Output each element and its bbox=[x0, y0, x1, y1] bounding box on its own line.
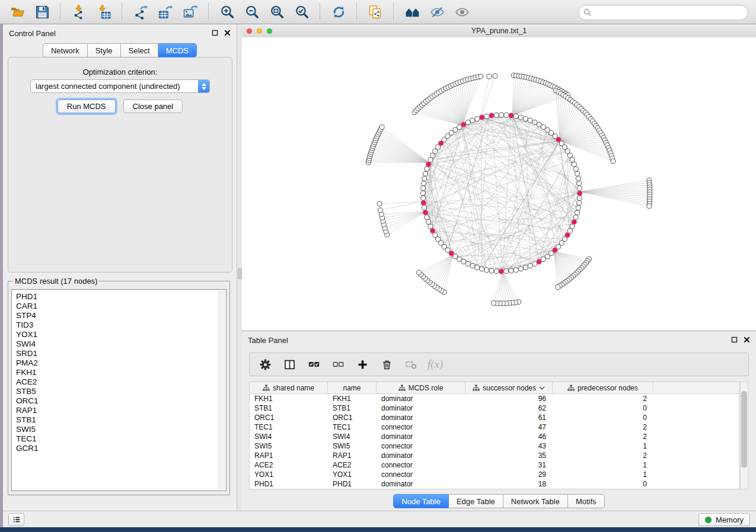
zoom-selected-icon bbox=[295, 5, 310, 20]
table-row[interactable]: SWI5SWI5connector431 bbox=[250, 441, 739, 451]
add-row-button[interactable] bbox=[356, 358, 368, 370]
export-image-icon bbox=[183, 5, 198, 20]
table-cell: ACE2 bbox=[328, 461, 377, 469]
zoom-out-button[interactable] bbox=[243, 2, 261, 21]
zoom-selected-button[interactable] bbox=[292, 2, 311, 21]
export-image-button[interactable] bbox=[181, 2, 200, 21]
column-header-shared-name[interactable]: shared name bbox=[250, 382, 328, 393]
import-table-button[interactable] bbox=[94, 2, 113, 21]
close-panel-button[interactable]: Close panel bbox=[123, 100, 183, 113]
control-panel: Control Panel NetworkStyleSelectMCDS Opt… bbox=[3, 24, 237, 511]
table-cell: 35 bbox=[465, 451, 553, 460]
table-cell: RAP1 bbox=[250, 451, 328, 460]
import-table-icon bbox=[97, 5, 111, 20]
table-tab-edge-table[interactable]: Edge Table bbox=[449, 494, 503, 508]
network-window-titlebar[interactable]: YPA_prune.txt_1 bbox=[242, 24, 756, 38]
table-cell: dominator bbox=[377, 414, 465, 422]
toolbar-separator bbox=[356, 4, 358, 20]
table-tab-network-table[interactable]: Network Table bbox=[503, 494, 568, 508]
hide-selected-button[interactable] bbox=[428, 2, 446, 21]
deselect-all-button[interactable] bbox=[332, 358, 344, 370]
columns-button[interactable] bbox=[283, 358, 295, 370]
refresh-button[interactable] bbox=[329, 2, 348, 21]
show-all-button[interactable] bbox=[452, 2, 471, 21]
mcds-result-item: TID3 bbox=[16, 321, 219, 330]
table-row[interactable]: ACE2ACE2connector311 bbox=[250, 460, 739, 470]
search-icon bbox=[583, 8, 592, 17]
float-icon[interactable] bbox=[731, 336, 738, 343]
function-button[interactable]: f(x) bbox=[429, 358, 441, 370]
zoom-in-button[interactable] bbox=[218, 2, 237, 21]
first-neighbors-button[interactable] bbox=[403, 2, 422, 21]
table-cell: connector bbox=[377, 461, 465, 469]
table-cell: 18 bbox=[465, 480, 553, 488]
save-button[interactable] bbox=[33, 2, 52, 21]
tab-select[interactable]: Select bbox=[121, 43, 158, 57]
table-row[interactable]: YOX1YOX1connector291 bbox=[250, 470, 739, 479]
table-cell: 2 bbox=[553, 451, 653, 460]
deselect-all-icon bbox=[333, 359, 344, 370]
delete-row-button[interactable] bbox=[381, 358, 393, 370]
toolbar-separator bbox=[60, 4, 61, 20]
table-row[interactable]: SWI4SWI4dominator462 bbox=[250, 432, 739, 441]
panel-splitter[interactable] bbox=[237, 24, 242, 511]
mcds-result-item: TEC1 bbox=[16, 434, 219, 444]
table-row[interactable]: FKH1FKH1dominator962 bbox=[250, 394, 739, 403]
tab-mcds[interactable]: MCDS bbox=[158, 43, 197, 57]
search-input[interactable] bbox=[592, 7, 748, 18]
select-all-button[interactable] bbox=[308, 358, 320, 370]
table-tab-motifs[interactable]: Motifs bbox=[568, 494, 605, 508]
column-header-name[interactable]: name bbox=[328, 382, 377, 393]
table-cell: PHD1 bbox=[250, 480, 328, 488]
result-scrollbar[interactable] bbox=[219, 290, 225, 490]
splitter-handle-icon[interactable] bbox=[238, 268, 242, 279]
network-window-title: YPA_prune.txt_1 bbox=[242, 27, 756, 35]
table-row[interactable]: PHD1PHD1dominator180 bbox=[250, 479, 739, 489]
column-header-mcds-role[interactable]: MCDS role bbox=[377, 382, 465, 393]
table-cell: YOX1 bbox=[250, 470, 328, 479]
mcds-result-item: STB5 bbox=[16, 387, 219, 396]
table-row[interactable]: TEC1TEC1connector472 bbox=[250, 422, 739, 432]
float-icon[interactable] bbox=[212, 30, 218, 36]
table-scrollbar[interactable] bbox=[740, 382, 748, 489]
export-table-button[interactable] bbox=[156, 2, 175, 21]
clone-network-button[interactable] bbox=[366, 2, 385, 21]
table-cell: dominator bbox=[377, 395, 465, 403]
delete-table-button[interactable] bbox=[405, 358, 417, 370]
gear-button[interactable] bbox=[259, 358, 271, 370]
run-mcds-button[interactable]: Run MCDS bbox=[58, 100, 116, 113]
memory-button[interactable]: Memory bbox=[698, 513, 750, 526]
table-cell: 47 bbox=[465, 423, 553, 431]
table-scrollbar-thumb[interactable] bbox=[741, 391, 747, 468]
table-row[interactable]: ORC1ORC1dominator610 bbox=[250, 413, 739, 422]
tab-style[interactable]: Style bbox=[88, 43, 121, 57]
mcds-result-item: SWI5 bbox=[16, 425, 219, 434]
select-all-icon bbox=[308, 359, 320, 370]
optimization-criterion-select[interactable]: largest connected component (undirected) bbox=[30, 79, 210, 93]
export-network-button[interactable] bbox=[131, 2, 150, 21]
column-header-predecessor-nodes[interactable]: predecessor nodes bbox=[553, 382, 653, 393]
table-cell: 0 bbox=[553, 480, 653, 488]
close-icon[interactable] bbox=[744, 336, 750, 343]
table-row[interactable]: RAP1RAP1dominator352 bbox=[250, 451, 739, 460]
columns-icon bbox=[284, 359, 295, 370]
mcds-result-item: CAR1 bbox=[16, 302, 219, 311]
save-icon bbox=[35, 5, 50, 20]
control-panel-tabs: NetworkStyleSelectMCDS bbox=[3, 43, 237, 57]
table-cell: connector bbox=[377, 423, 465, 431]
zoom-fit-button[interactable] bbox=[267, 2, 286, 21]
table-cell: 43 bbox=[465, 442, 553, 450]
table-panel: Table Panel f(x) shared namenameMCDS rol… bbox=[242, 331, 756, 511]
table-tab-node-table[interactable]: Node Table bbox=[393, 494, 449, 508]
mcds-panel: Optimization criterion: largest connecte… bbox=[8, 57, 232, 273]
network-canvas[interactable] bbox=[242, 37, 756, 331]
table-row[interactable]: STB1STB1dominator620 bbox=[250, 403, 739, 413]
import-network-button[interactable] bbox=[69, 2, 88, 21]
close-icon[interactable] bbox=[224, 30, 231, 36]
column-header-successor-nodes[interactable]: successor nodes bbox=[465, 382, 553, 393]
network-graph[interactable] bbox=[242, 37, 756, 331]
table-panel-title: Table Panel bbox=[248, 336, 288, 345]
tab-network[interactable]: Network bbox=[43, 43, 88, 57]
open-folder-button[interactable] bbox=[8, 2, 27, 21]
session-list-button[interactable] bbox=[8, 513, 24, 526]
